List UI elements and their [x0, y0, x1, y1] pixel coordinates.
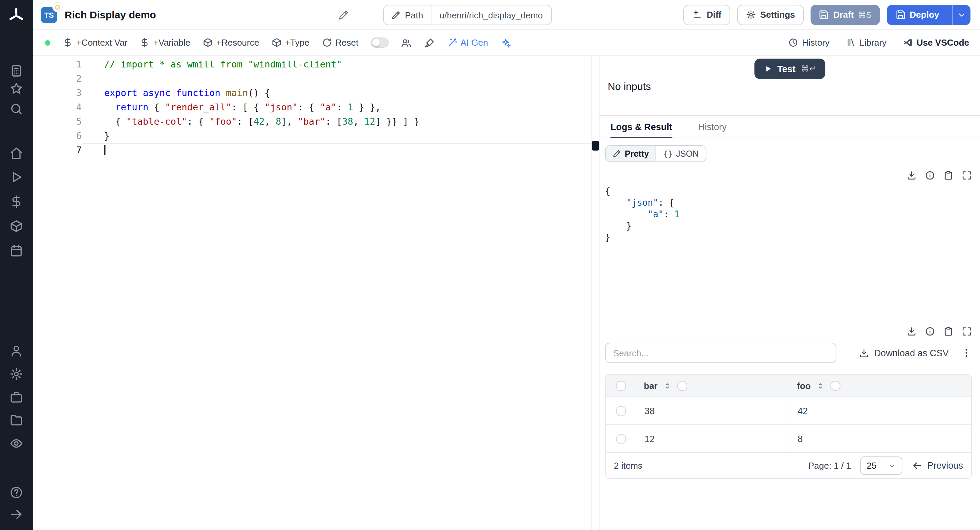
- copy-table-button[interactable]: [943, 326, 953, 337]
- settings-button[interactable]: Settings: [737, 5, 804, 25]
- save-icon: [819, 10, 829, 20]
- path-edit-button[interactable]: Path: [384, 5, 431, 24]
- column-header-bar[interactable]: bar: [644, 380, 657, 391]
- test-shortcut: ⌘↵: [801, 64, 816, 73]
- pencil-icon: [391, 10, 401, 20]
- user-icon: [10, 344, 23, 358]
- select-all-checkbox[interactable]: [616, 380, 626, 391]
- status-dot: [45, 40, 50, 45]
- sidebar-item-workers[interactable]: [10, 390, 23, 404]
- expand-result-button[interactable]: [962, 170, 972, 180]
- view-pretty-button[interactable]: Pretty: [606, 146, 656, 161]
- multiplayer-toggle[interactable]: [371, 37, 388, 48]
- column-checkbox[interactable]: [677, 380, 687, 391]
- ai-sparkles-button[interactable]: [500, 37, 511, 48]
- history-button[interactable]: History: [788, 37, 830, 48]
- search-input[interactable]: [605, 343, 837, 363]
- sort-icon[interactable]: [663, 381, 672, 390]
- reset-button[interactable]: Reset: [321, 37, 358, 48]
- sidebar-item-schedules[interactable]: [10, 244, 23, 257]
- add-variable-button[interactable]: +Variable: [140, 37, 191, 48]
- add-resource-button[interactable]: +Resource: [202, 37, 259, 48]
- code-line[interactable]: 1// import * as wmill from "windmill-cli…: [33, 57, 592, 72]
- row-checkbox[interactable]: [616, 405, 626, 416]
- copy-result-button[interactable]: [943, 170, 953, 180]
- arrow-right-icon: [10, 508, 23, 521]
- sidebar-item-help[interactable]: [10, 486, 23, 499]
- splitter-handle-icon: [592, 141, 599, 150]
- view-json-button[interactable]: {} JSON: [656, 146, 705, 161]
- expand-table-button[interactable]: [962, 326, 972, 337]
- result-info-button[interactable]: [925, 170, 935, 180]
- line-number: 2: [33, 72, 82, 86]
- page-size-select[interactable]: 25: [861, 457, 903, 475]
- sidebar-expand-button[interactable]: [10, 508, 23, 521]
- clipboard-icon: [943, 170, 953, 180]
- sidebar-item-users[interactable]: [10, 344, 23, 358]
- deploy-menu-button[interactable]: [952, 5, 970, 25]
- vscode-icon: [903, 37, 913, 48]
- add-context-var-button[interactable]: +Context Var: [63, 37, 127, 48]
- download-csv-button[interactable]: Download as CSV: [859, 348, 949, 358]
- diff-button[interactable]: Diff: [684, 5, 730, 25]
- test-button[interactable]: Test ⌘↵: [754, 59, 826, 79]
- code-line[interactable]: 3export async function main() {: [33, 86, 592, 100]
- sidebar-item-runs[interactable]: [10, 170, 23, 184]
- deploy-button[interactable]: Deploy: [886, 5, 948, 25]
- format-code-button[interactable]: [424, 37, 434, 48]
- tab-logs-result[interactable]: Logs & Result: [611, 122, 672, 137]
- column-header-foo[interactable]: foo: [797, 380, 811, 391]
- path-control[interactable]: Path u/henri/rich_display_demo: [383, 5, 552, 25]
- sidebar-item-favorites[interactable]: [10, 82, 23, 95]
- add-type-button[interactable]: +Type: [272, 37, 310, 48]
- code-line[interactable]: 5 { "table-col": { "foo": [42, 8], "bar"…: [33, 115, 592, 129]
- star-icon: [10, 82, 23, 95]
- home-icon: [10, 147, 23, 160]
- sidebar-item-search[interactable]: [10, 102, 23, 116]
- code-editor[interactable]: 1// import * as wmill from "windmill-cli…: [33, 56, 592, 530]
- topbar: TS ☺ Rich Display demo Path u/henri/rich…: [33, 0, 980, 30]
- code-line[interactable]: 2: [33, 72, 592, 86]
- sidebar-item-folders[interactable]: [10, 413, 23, 427]
- typescript-badge: TS ☺: [41, 6, 57, 23]
- clock-icon: [788, 37, 799, 48]
- rotate-icon: [321, 37, 332, 48]
- windmill-logo-icon[interactable]: [8, 7, 25, 24]
- table-header: bar foo: [606, 375, 971, 396]
- sidebar-item-home[interactable]: [10, 147, 23, 160]
- row-checkbox[interactable]: [616, 434, 626, 444]
- download-result-button[interactable]: [907, 170, 917, 180]
- panel-splitter[interactable]: [592, 56, 600, 530]
- sidebar-item-settings[interactable]: [10, 367, 23, 381]
- sidebar-item-audit-logs[interactable]: [10, 437, 23, 450]
- sidebar-item-resources[interactable]: [10, 219, 23, 233]
- code-line[interactable]: 6}: [33, 129, 592, 143]
- sidebar-item-variables[interactable]: [10, 195, 23, 208]
- sort-icon[interactable]: [816, 381, 825, 390]
- code-line[interactable]: 7: [33, 143, 592, 157]
- previous-page-button[interactable]: Previous: [912, 461, 963, 471]
- draft-button[interactable]: Draft ⌘S: [811, 5, 880, 25]
- sparkles-icon: [500, 37, 511, 48]
- collaborators-button[interactable]: [401, 37, 411, 48]
- column-checkbox[interactable]: [830, 380, 840, 391]
- edit-summary-button[interactable]: [338, 10, 349, 21]
- sidebar-item-calculator[interactable]: [10, 64, 23, 78]
- no-inputs-label: No inputs: [608, 80, 651, 92]
- right-panel: Test ⌘↵ No inputs Logs & Result History …: [600, 56, 980, 530]
- table-cell: 38: [636, 397, 789, 425]
- library-icon: [846, 37, 856, 48]
- result-view-toggle: Pretty {} JSON: [605, 145, 706, 162]
- table-menu-button[interactable]: [961, 347, 972, 358]
- eye-icon: [10, 437, 23, 450]
- table-info-button[interactable]: [925, 326, 935, 337]
- use-vscode-button[interactable]: Use VSCode: [903, 37, 969, 48]
- library-button[interactable]: Library: [846, 37, 887, 48]
- ai-gen-button[interactable]: AI Gen: [447, 37, 488, 48]
- chevron-down-icon: [888, 461, 897, 470]
- code-line[interactable]: 4 return { "render_all": [ { "json": { "…: [33, 100, 592, 115]
- search-icon: [10, 102, 23, 116]
- tab-history[interactable]: History: [698, 122, 727, 137]
- info-icon: [925, 170, 935, 180]
- download-table-button[interactable]: [907, 326, 917, 337]
